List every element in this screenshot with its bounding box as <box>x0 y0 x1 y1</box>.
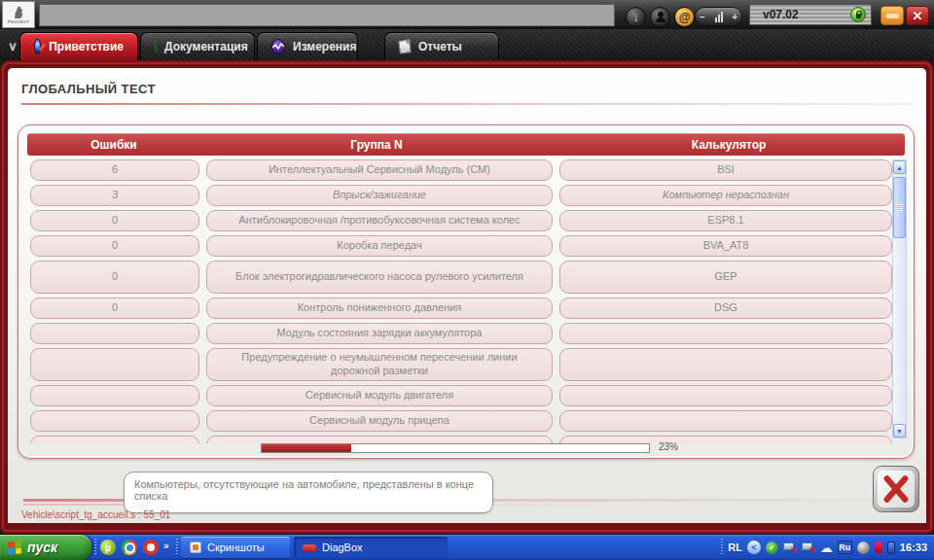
titlebar-close-button[interactable]: ✕ <box>906 6 929 25</box>
clock: 16:33 <box>900 542 927 553</box>
table-cell[interactable] <box>559 348 892 381</box>
table-row: 0Блок электрогидравлического насоса руле… <box>30 261 892 294</box>
volume-plus-icon[interactable]: + <box>732 12 737 22</box>
table-row: 0Коробка передачBVA_AT8 <box>30 235 892 257</box>
scrollbar-thumb[interactable] <box>893 177 906 238</box>
tab-measurements[interactable]: Измерения <box>257 32 358 60</box>
column-header-group: Группа N <box>200 138 553 152</box>
table-cell[interactable]: GEP <box>559 261 892 294</box>
tray-collapse-icon[interactable]: < <box>747 541 761 554</box>
volume-bars-icon <box>715 12 723 22</box>
table-cell[interactable]: Компьютер нераспознан <box>559 185 892 206</box>
app-window: ГЛОБАЛЬНЫЙ ТЕСТ Ошибки Группа N Калькуля… <box>0 60 934 534</box>
table-cell[interactable]: Сервисный модуль прицепа <box>206 410 553 432</box>
table-cell[interactable]: 0 <box>30 261 199 294</box>
progress-fill <box>262 444 351 452</box>
column-header-calculator: Калькулятор <box>553 138 905 152</box>
table-cell[interactable]: ESP8.1 <box>559 210 892 231</box>
table-cell[interactable]: Модуль состояния зарядки аккумулятора <box>206 323 553 344</box>
table-body: 6Интеллектуальный Сервисный Модуль (СМ)B… <box>30 159 892 443</box>
table-cell[interactable]: 0 <box>30 210 199 231</box>
table-cell[interactable] <box>559 436 892 443</box>
quick-launch-more-icon[interactable]: » <box>163 541 169 551</box>
vertical-scrollbar[interactable]: ▲ ▼ <box>892 159 907 438</box>
tray-red-app-icon[interactable] <box>875 542 882 553</box>
email-button[interactable]: @ <box>674 7 695 27</box>
table-cell[interactable]: Интеллектуальный Сервисный Модуль (СМ) <box>206 159 553 181</box>
download-icon: ↓ <box>633 11 639 24</box>
volume-control[interactable]: − + <box>695 7 742 26</box>
table-cell[interactable]: DSG <box>559 298 892 319</box>
screenshots-task-icon <box>190 542 201 553</box>
network-disconnected-icon-2[interactable]: ✕ <box>802 542 815 553</box>
peugeot-lion-icon <box>11 5 26 20</box>
window-content: ГЛОБАЛЬНЫЙ ТЕСТ Ошибки Группа N Калькуля… <box>8 68 926 523</box>
table-row: Сервисный модуль двигателя <box>30 385 892 406</box>
diagbox-task-icon <box>303 544 316 551</box>
scan-progress-bar <box>261 443 650 453</box>
task-button-screenshots[interactable]: Скриншоты <box>181 537 290 558</box>
column-header-errors: Ошибки <box>27 138 200 152</box>
tab-greeting[interactable]: Приветствие <box>19 32 138 60</box>
close-icon: ✕ <box>913 9 923 23</box>
opera-icon[interactable] <box>143 540 159 555</box>
progress-percent-label: 23% <box>659 441 678 452</box>
table-cell[interactable] <box>559 385 892 406</box>
table-cell[interactable]: 6 <box>30 159 199 181</box>
scroll-up-icon[interactable]: ▲ <box>893 160 906 174</box>
dialog-close-button[interactable] <box>873 466 919 512</box>
start-label: пуск <box>27 540 57 555</box>
table-cell[interactable]: BSI <box>559 159 892 181</box>
table-cell[interactable] <box>559 323 892 344</box>
table-cell[interactable] <box>206 436 553 443</box>
table-row: 0Антиблокировочная /противобуксовочная с… <box>30 210 892 231</box>
measurements-tab-icon <box>271 39 285 54</box>
download-button[interactable]: ↓ <box>626 7 646 27</box>
documentation-tab-icon <box>154 41 158 52</box>
table-cell[interactable] <box>559 410 892 432</box>
info-message-box: Компьютеры, отсутствующие на автомобиле,… <box>124 472 493 513</box>
scroll-down-icon[interactable]: ▼ <box>893 424 906 438</box>
peugeot-logo: PEUGEOT <box>2 1 35 28</box>
table-header: Ошибки Группа N Калькулятор <box>27 133 905 156</box>
network-disconnected-icon[interactable]: ✕ <box>783 542 797 553</box>
cloud-app-icon[interactable]: ☁ <box>820 542 833 554</box>
table-cell[interactable] <box>30 436 199 443</box>
table-cell[interactable]: Блок электрогидравлического насоса рулев… <box>206 261 553 294</box>
table-cell[interactable]: Впрыск/зажигание <box>206 185 553 206</box>
table-row: Модуль состояния зарядки аккумулятора <box>30 323 892 344</box>
system-tray: RL < ✓ ✕ ✕ ☁ Ru 16:33 <box>711 535 934 560</box>
table-cell[interactable] <box>30 348 199 381</box>
table-cell[interactable]: Контроль пониженного давления <box>206 298 553 319</box>
table-row: 3Впрыск/зажиганиеКомпьютер нераспознан <box>30 185 892 206</box>
tab-documentation[interactable]: Документация <box>140 32 255 60</box>
volume-minus-icon[interactable]: − <box>700 12 705 22</box>
tray-shield-check-icon[interactable]: ✓ <box>766 542 778 554</box>
table-cell[interactable]: Предупреждение о неумышленном пересечени… <box>206 348 553 381</box>
tab-reports[interactable]: Отчеты <box>384 32 499 60</box>
table-cell[interactable]: Сервисный модуль двигателя <box>206 385 553 406</box>
table-cell[interactable] <box>30 410 199 432</box>
table-cell[interactable]: 0 <box>30 298 199 319</box>
user-button[interactable] <box>650 7 670 27</box>
table-cell[interactable]: Коробка передач <box>206 235 553 257</box>
battery-icon[interactable] <box>887 542 895 554</box>
minimize-button[interactable] <box>880 6 904 25</box>
version-box: v07.02 <box>749 4 872 25</box>
tray-rl-label: RL <box>728 542 742 553</box>
table-cell[interactable]: BVA_AT8 <box>559 235 892 257</box>
at-icon: @ <box>679 11 691 24</box>
utorrent-icon[interactable]: µ <box>100 540 116 555</box>
table-cell[interactable]: Антиблокировочная /противобуксовочная си… <box>206 210 553 231</box>
task-button-diagbox[interactable]: DiagBox <box>294 537 448 558</box>
taskbar-separator <box>176 539 178 556</box>
table-cell[interactable]: 3 <box>30 185 199 206</box>
windows-flag-icon <box>8 541 21 554</box>
chrome-icon[interactable] <box>122 540 137 555</box>
table-cell[interactable] <box>30 323 199 344</box>
language-indicator[interactable]: Ru <box>838 541 852 554</box>
tray-swirl-icon[interactable] <box>857 542 870 554</box>
table-cell[interactable] <box>30 385 199 406</box>
start-button[interactable]: пуск <box>0 535 91 560</box>
table-cell[interactable]: 0 <box>30 235 199 257</box>
